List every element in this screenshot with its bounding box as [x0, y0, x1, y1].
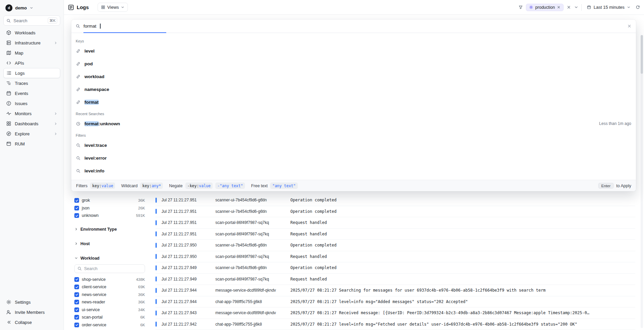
- workload-facet-list: shop-service 438K client-service 69K new…: [74, 276, 145, 329]
- link-icon: [76, 87, 80, 92]
- log-search-bar[interactable]: format: [71, 20, 636, 33]
- log-timestamp: Jul 27 11:21:27.951: [162, 198, 215, 202]
- scrollbar-thumb[interactable]: [641, 35, 643, 74]
- key-suggestion[interactable]: format: [71, 96, 636, 108]
- log-service: scanner-ui-7b454cf9d6-g6tln: [215, 265, 290, 270]
- sidebar-item-invite-members[interactable]: Invite Members: [3, 307, 60, 317]
- checkbox-checked[interactable]: [74, 213, 79, 218]
- clear-search-button[interactable]: [627, 24, 632, 28]
- checkbox-checked[interactable]: [74, 307, 79, 312]
- facet-group-label: Environment Type: [80, 227, 117, 232]
- sidebar-item-logs[interactable]: Logs: [3, 68, 60, 78]
- log-row[interactable]: Jul 27 11:21:27.950 scan-portal-86f49f79…: [155, 251, 635, 263]
- sidebar-item-collapse[interactable]: Collapse: [3, 317, 60, 327]
- log-row[interactable]: Jul 27 11:21:27.944 message-service-dcdf…: [155, 285, 635, 296]
- vertical-scrollbar[interactable]: [641, 35, 643, 328]
- log-timestamp: Jul 27 11:21:27.949: [162, 277, 215, 282]
- clear-filters-icon[interactable]: [567, 5, 571, 9]
- log-row[interactable]: Jul 27 11:21:27.951 scanner-ui-7b454cf9d…: [155, 206, 635, 218]
- log-level-bar-info: [155, 220, 157, 225]
- facet-option[interactable]: grok 36K: [74, 197, 145, 204]
- sidebar-item-map[interactable]: Map: [3, 48, 60, 58]
- nav-label: Logs: [15, 71, 25, 76]
- facet-option[interactable]: unknown 591K: [74, 212, 145, 220]
- link-icon: [76, 49, 80, 53]
- log-row[interactable]: Jul 27 11:21:27.943 message-service-dcdf…: [155, 307, 635, 319]
- sidebar-item-rum[interactable]: RUM: [3, 139, 60, 149]
- filter-bar-expand-icon[interactable]: [574, 5, 578, 9]
- sidebar-item-workloads[interactable]: Workloads: [3, 28, 60, 38]
- sidebar-item-events[interactable]: Events: [3, 88, 60, 98]
- facet-option[interactable]: order-service 6K: [74, 321, 145, 329]
- sidebar-item-monitors[interactable]: Monitors: [3, 108, 60, 119]
- topbar: Logs Views production Last 15 minutes: [64, 0, 644, 15]
- production-gear-icon: [529, 5, 533, 9]
- key-suggestion[interactable]: workload: [71, 70, 636, 83]
- log-row[interactable]: Jul 27 11:21:27.951 scan-portal-86f49f79…: [155, 217, 635, 229]
- facet-option[interactable]: news-service 36K: [74, 291, 145, 299]
- facet-group-workload[interactable]: Workload: [74, 254, 145, 263]
- key-suggestion[interactable]: pod: [71, 57, 636, 70]
- log-message: 2025/07/27 08:21:27 level=info msg="Fetc…: [290, 322, 635, 327]
- log-level-bar-info: [155, 243, 157, 248]
- facet-option[interactable]: json 26K: [74, 204, 145, 212]
- checkbox-checked[interactable]: [74, 277, 79, 282]
- log-row[interactable]: Jul 27 11:21:27.942 chat-app-798ff5c755-…: [155, 319, 635, 330]
- filters-section-title: Filters: [71, 130, 636, 139]
- sidebar-item-explore[interactable]: Explore: [3, 129, 60, 139]
- facet-count: 36K: [138, 300, 145, 304]
- facet-option[interactable]: scan-portal 6K: [74, 314, 145, 321]
- recent-search-item[interactable]: format:unknown Less than 1m ago: [71, 117, 636, 130]
- facet-label: unknown: [82, 213, 99, 218]
- facet-option[interactable]: shop-service 438K: [74, 276, 145, 284]
- facet-option[interactable]: client-service 69K: [74, 283, 145, 291]
- facet-group-host[interactable]: Host: [74, 239, 145, 249]
- log-service: chat-app-798ff5c755-jj6k8: [215, 322, 290, 327]
- sidebar-item-settings[interactable]: Settings: [3, 297, 60, 307]
- sidebar-item-dashboards[interactable]: Dashboards: [3, 119, 60, 129]
- filter-suggestion[interactable]: level:trace: [71, 139, 636, 152]
- checkbox-checked[interactable]: [74, 285, 79, 289]
- workload-search-input[interactable]: Search: [74, 264, 145, 273]
- filter-suggestion[interactable]: level:info: [71, 164, 636, 177]
- sidebar-item-issues[interactable]: Issues: [3, 98, 60, 108]
- time-range-picker[interactable]: Last 15 minutes: [585, 3, 633, 11]
- log-row[interactable]: Jul 27 11:21:27.949 scanner-ui-7b454cf9d…: [155, 262, 635, 274]
- checkbox-checked[interactable]: [74, 198, 79, 203]
- production-filter-chip[interactable]: production: [526, 4, 564, 11]
- nav-label: Invite Members: [15, 310, 45, 315]
- sidebar-item-traces[interactable]: Traces: [3, 78, 60, 88]
- log-service: chat-app-798ff5c755-jj6k8: [215, 299, 290, 304]
- log-row[interactable]: Jul 27 11:21:27.944 chat-app-798ff5c755-…: [155, 296, 635, 308]
- log-row[interactable]: Jul 27 11:21:27.950 scanner-ui-7b454cf9d…: [155, 240, 635, 251]
- infrastructure-icon: [6, 40, 11, 45]
- log-row[interactable]: Jul 27 11:21:27.949 scan-portal-86f49f79…: [155, 274, 635, 285]
- remove-filter-icon[interactable]: [557, 5, 561, 9]
- sidebar-search-button[interactable]: Search ⌘K: [3, 15, 60, 26]
- sidebar-item-infrastructure[interactable]: Infrastructure: [3, 38, 60, 48]
- log-message: Operation completed: [290, 198, 635, 202]
- filter-funnel-icon[interactable]: [518, 5, 523, 9]
- views-dropdown[interactable]: Views: [98, 3, 128, 12]
- checkbox-checked[interactable]: [74, 323, 79, 327]
- checkbox-checked[interactable]: [74, 315, 79, 320]
- checkbox-checked[interactable]: [74, 300, 79, 304]
- sidebar-item-apis[interactable]: APIs: [3, 58, 60, 68]
- sidebar-nav: Workloads Infrastructure Map APIs Logs T…: [0, 28, 64, 149]
- facet-group-environment-type[interactable]: Environment Type: [74, 225, 145, 234]
- text-caret: [100, 24, 101, 29]
- key-suggestion[interactable]: level: [71, 44, 636, 57]
- sidebar: d demo Search ⌘K Workloads Infrastructur…: [0, 0, 64, 330]
- log-row[interactable]: Jul 27 11:21:27.951 scan-portal-86f49f79…: [155, 229, 635, 240]
- checkbox-checked[interactable]: [74, 206, 79, 210]
- facet-option[interactable]: news-reader 36K: [74, 298, 145, 306]
- checkbox-checked[interactable]: [74, 292, 79, 297]
- facet-option[interactable]: ui-service 34K: [74, 306, 145, 314]
- key-suggestion[interactable]: namespace: [71, 83, 636, 96]
- refresh-icon[interactable]: [636, 5, 640, 9]
- log-row[interactable]: Jul 27 11:21:27.951 scanner-ui-7b454cf9d…: [155, 195, 635, 206]
- org-switcher[interactable]: d demo: [3, 3, 60, 13]
- page-title: Logs: [77, 4, 89, 10]
- search-shortcut-badge: ⌘K: [48, 18, 57, 24]
- filter-suggestion[interactable]: level:error: [71, 152, 636, 164]
